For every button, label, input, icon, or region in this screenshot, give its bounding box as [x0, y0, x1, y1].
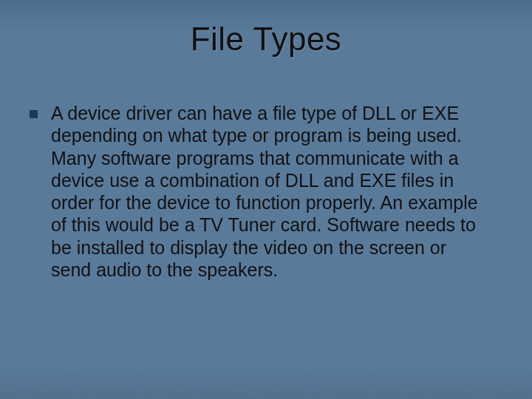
- square-bullet-icon: [30, 110, 38, 118]
- bullet-text: A device driver can have a file type of …: [51, 102, 491, 281]
- slide-title: File Types: [0, 21, 532, 58]
- presentation-slide: File Types A device driver can have a fi…: [0, 0, 532, 399]
- list-item: A device driver can have a file type of …: [30, 102, 491, 281]
- slide-body: A device driver can have a file type of …: [30, 102, 491, 281]
